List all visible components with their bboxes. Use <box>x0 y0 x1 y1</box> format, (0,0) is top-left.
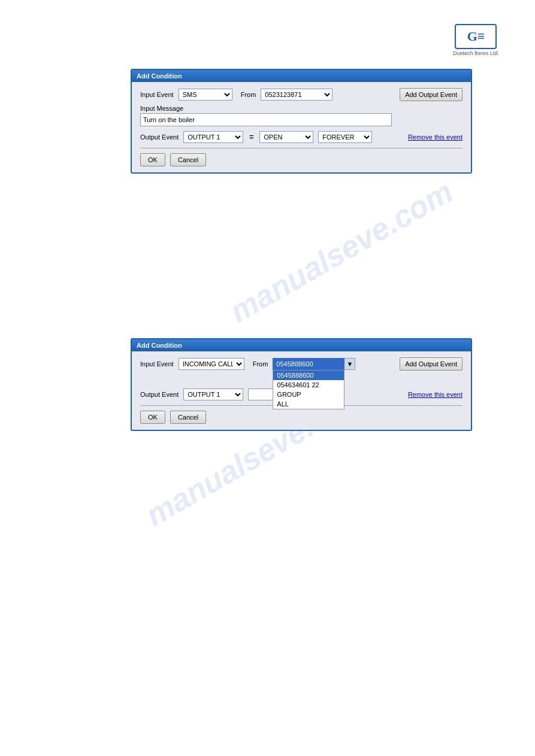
from-select-value2[interactable]: 0545888600 <box>273 358 344 370</box>
from-dropdown-arrow2[interactable]: ▼ <box>344 358 355 370</box>
logo-area: G≡ Duetech Beres Ltd. <box>453 24 499 56</box>
dialog2-title: Add Condition <box>132 339 471 351</box>
logo-brand: Duetech Beres Ltd. <box>453 50 499 56</box>
dropdown-item-4[interactable]: ALL <box>273 399 344 409</box>
from-label2: From <box>253 360 268 368</box>
dropdown-item-2[interactable]: 054634601 22 <box>273 380 344 390</box>
cancel-button2[interactable]: Cancel <box>170 411 206 424</box>
dialog1-title: Add Condition <box>132 70 471 82</box>
input-message-field[interactable] <box>140 113 392 126</box>
dropdown-item-1[interactable]: 0545888600 <box>273 371 344 380</box>
dialog1-buttons: OK Cancel <box>140 153 463 166</box>
from-label1: From <box>241 91 256 98</box>
dialog1: Add Condition Input Event SMS From 05231… <box>131 69 472 174</box>
ok-button1[interactable]: OK <box>140 153 165 166</box>
from-select1[interactable]: 0523123871 <box>261 89 333 101</box>
watermark1: manualseve.com <box>223 173 459 330</box>
dialog2: Add Condition Input Event INCOMING CALL … <box>131 338 472 431</box>
output-event-select2[interactable]: OUTPUT 1 <box>183 388 243 400</box>
from-dropdown-list2: 0545888600 054634601 22 GROUP ALL <box>273 370 344 409</box>
add-output-button1[interactable]: Add Output Event <box>400 88 463 101</box>
from-dropdown-container: 0545888600 ▼ 0545888600 054634601 22 GRO… <box>273 358 355 370</box>
logo-icon: G≡ <box>467 29 485 44</box>
equals-sign1: = <box>249 133 253 141</box>
input-event-select2[interactable]: INCOMING CALL <box>179 358 244 370</box>
dropdown-item-3[interactable]: GROUP <box>273 390 344 399</box>
output-state-select1[interactable]: OPEN <box>259 131 313 143</box>
input-message-label: Input Message <box>140 105 463 112</box>
output-event-select1[interactable]: OUTPUT 1 <box>183 131 243 143</box>
input-event-label1: Input Event <box>140 91 174 98</box>
logo-box: G≡ <box>455 24 497 49</box>
remove-event-link1[interactable]: Remove this event <box>408 133 463 141</box>
output-event-label1: Output Event <box>140 133 179 141</box>
dialog2-buttons: OK Cancel <box>140 411 463 424</box>
ok-button2[interactable]: OK <box>140 411 165 424</box>
add-output-button2[interactable]: Add Output Event <box>400 357 463 371</box>
remove-event-link2[interactable]: Remove this event <box>408 391 463 398</box>
cancel-button1[interactable]: Cancel <box>170 153 206 166</box>
output-event-label2: Output Event <box>140 391 179 398</box>
duration-select1[interactable]: FOREVER <box>318 131 372 143</box>
input-event-label2: Input Event <box>140 360 174 368</box>
input-event-select1[interactable]: SMS <box>179 89 232 101</box>
